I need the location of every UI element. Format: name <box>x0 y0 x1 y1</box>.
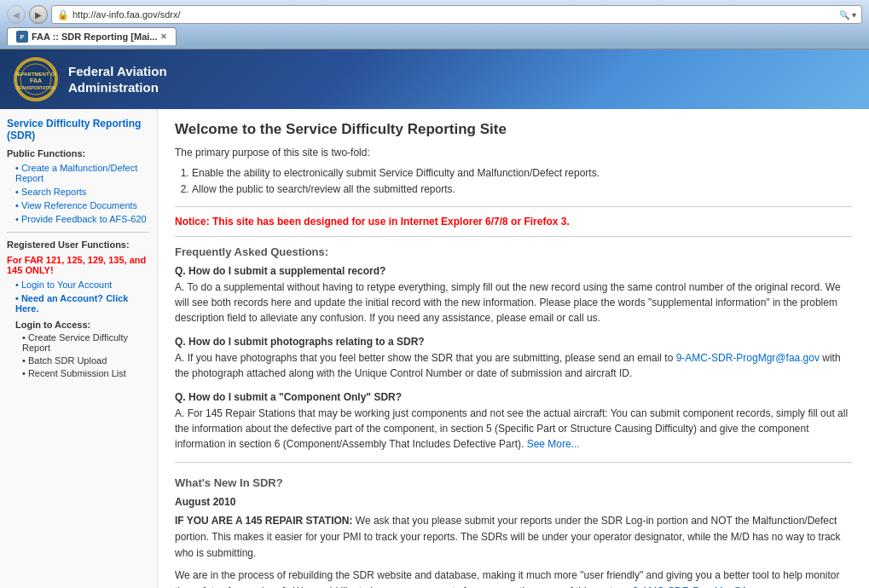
see-more-link[interactable]: See More... <box>527 438 580 450</box>
registered-functions-label: Registered User Functions: <box>7 239 150 250</box>
page-title: Welcome to the Service Difficulty Report… <box>175 121 852 138</box>
sidebar-title: Service Difficulty Reporting (SDR) <box>7 118 150 141</box>
sidebar-link-search[interactable]: Search Reports <box>7 186 150 198</box>
main-layout: Service Difficulty Reporting (SDR) Publi… <box>0 109 869 588</box>
faq-a-2-before: A. If you have photographs that you feel… <box>175 352 676 364</box>
divider-3 <box>175 462 852 463</box>
news-item-2: We are in the process of rebuilding the … <box>175 568 852 588</box>
tab-favicon: F <box>16 31 28 43</box>
header-title-line1: Federal Aviation <box>68 63 167 80</box>
faq-a-1: A. To do a supplemental without having t… <box>175 280 852 326</box>
faq-title: Frequently Asked Questions: <box>175 245 852 258</box>
registered-warning: For FAR 121, 125, 129, 135, and 145 ONLY… <box>7 255 150 275</box>
search-go-icon[interactable]: 🔍 ▾ <box>839 10 856 20</box>
sidebar-link-create-sdr[interactable]: Create Service Difficulty Report <box>7 331 150 354</box>
forward-button[interactable]: ▶ <box>29 5 48 24</box>
tab-close-button[interactable]: ✕ <box>160 32 167 41</box>
browser-nav: ◀ ▶ 🔒 🔍 ▾ <box>7 5 862 24</box>
faq-item-2: Q. How do I submit photographs relating … <box>175 336 852 381</box>
address-bar[interactable]: 🔒 🔍 ▾ <box>51 5 862 24</box>
news-item-1-bold: IF YOU ARE A 145 REPAIR STATION: <box>175 515 352 527</box>
header-title-line2: Administration <box>68 79 167 96</box>
sidebar-divider <box>7 232 150 233</box>
sidebar-link-recent-submission[interactable]: Recent Submission List <box>7 367 150 379</box>
sidebar-link-reference[interactable]: View Reference Documents <box>7 199 150 211</box>
sidebar: Service Difficulty Reporting (SDR) Publi… <box>0 109 158 588</box>
faq-a-2-link[interactable]: 9-AMC-SDR-ProgMgr@faa.gov <box>676 352 820 364</box>
content-area: Welcome to the Service Difficulty Report… <box>158 109 869 588</box>
active-tab[interactable]: F FAA :: SDR Reporting [Mai... ✕ <box>7 27 177 45</box>
intro-text: The primary purpose of this site is two-… <box>175 147 852 159</box>
address-input[interactable] <box>72 9 836 20</box>
tab-label: FAA :: SDR Reporting [Mai... <box>32 32 157 42</box>
notice-text: Notice: This site has been designed for … <box>175 216 852 228</box>
svg-text:TRANSPORTATION: TRANSPORTATION <box>16 85 55 90</box>
faa-seal: DEPARTMENT OF FAA TRANSPORTATION <box>14 57 58 101</box>
sidebar-link-login[interactable]: Login to Your Account <box>7 279 150 291</box>
purpose-list: Enable the ability to electronically sub… <box>192 165 852 198</box>
whats-new-title: What's New In SDR? <box>175 476 852 489</box>
purpose-item-2: Allow the public to search/review all th… <box>192 182 852 198</box>
news-item-1: IF YOU ARE A 145 REPAIR STATION: We ask … <box>175 513 852 561</box>
faq-q-3: Q. How do I submit a "Component Only" SD… <box>175 391 852 403</box>
page-wrapper: DEPARTMENT OF FAA TRANSPORTATION Federal… <box>0 49 869 588</box>
svg-text:FAA: FAA <box>30 78 42 84</box>
sidebar-link-feedback[interactable]: Provide Feedback to AFS-620 <box>7 213 150 225</box>
faq-q-1: Q. How do I submit a supplemental record… <box>175 265 852 277</box>
purpose-item-1: Enable the ability to electronically sub… <box>192 165 852 182</box>
svg-text:DEPARTMENT OF: DEPARTMENT OF <box>15 72 56 77</box>
login-access-label: Login to Access: <box>15 320 150 330</box>
whats-new-section: What's New In SDR? August 2010 IF YOU AR… <box>175 476 852 588</box>
sidebar-link-new-account[interactable]: Need an Account? Click Here. <box>7 292 150 314</box>
site-header: DEPARTMENT OF FAA TRANSPORTATION Federal… <box>0 49 869 109</box>
header-title-block: Federal Aviation Administration <box>68 63 167 96</box>
faq-a-3: A. For 145 Repair Stations that may be w… <box>175 406 852 452</box>
back-button[interactable]: ◀ <box>7 5 26 24</box>
faq-q-2: Q. How do I submit photographs relating … <box>175 336 852 348</box>
news-date: August 2010 <box>175 496 852 508</box>
browser-chrome: ◀ ▶ 🔒 🔍 ▾ F FAA :: SDR Reporting [Mai...… <box>0 0 869 49</box>
public-functions-label: Public Functions: <box>7 148 150 159</box>
faq-item-1: Q. How do I submit a supplemental record… <box>175 265 852 326</box>
tab-bar: F FAA :: SDR Reporting [Mai... ✕ <box>7 27 862 45</box>
sidebar-link-batch-upload[interactable]: Batch SDR Upload <box>7 355 150 366</box>
divider-2 <box>175 236 852 237</box>
faq-a-3-text: A. For 145 Repair Stations that may be w… <box>175 407 848 450</box>
sidebar-link-malfunction[interactable]: Create a Malfunction/Defect Report <box>7 162 150 184</box>
faq-a-2: A. If you have photographs that you feel… <box>175 350 852 381</box>
divider-1 <box>175 206 852 207</box>
faq-item-3: Q. How do I submit a "Component Only" SD… <box>175 391 852 452</box>
security-icon: 🔒 <box>57 9 69 20</box>
